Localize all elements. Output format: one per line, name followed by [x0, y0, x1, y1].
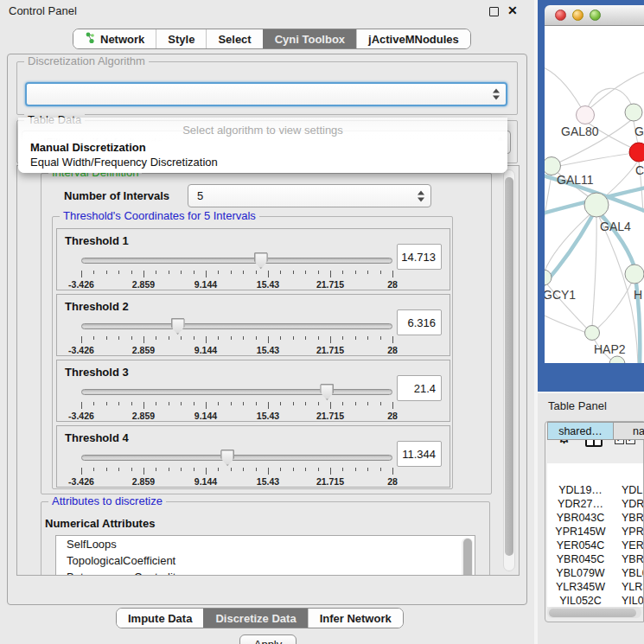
cell-name[interactable]: YBR043C — [614, 512, 643, 524]
table-horizontal-scrollbar[interactable] — [547, 607, 641, 618]
list-item[interactable]: SelfLoops — [56, 536, 475, 552]
cell-name[interactable]: YDR27… — [614, 498, 643, 510]
network-edge[interactable] — [545, 210, 595, 276]
table-row[interactable]: YDL19…YDL19… — [547, 484, 643, 498]
tab-network[interactable]: Network — [73, 29, 156, 48]
table-row[interactable]: YER054CYER054C — [547, 539, 643, 553]
cell-shared-name[interactable]: YDL19… — [547, 484, 614, 496]
tick-mark — [93, 402, 94, 405]
column-header-name[interactable]: na — [613, 422, 644, 440]
slider-track[interactable] — [81, 389, 392, 395]
list-scrollbar[interactable] — [462, 538, 473, 576]
slider-track[interactable] — [81, 258, 392, 264]
network-canvas[interactable]: GAL80GACGAL11GAL4GCY1HHAP2 — [545, 26, 644, 363]
apply-button[interactable]: Apply — [239, 634, 296, 644]
network-edge[interactable] — [592, 217, 596, 327]
slider-track[interactable] — [81, 323, 392, 329]
cell-name[interactable]: YIL052C — [614, 595, 643, 607]
network-graph[interactable]: GAL80GACGAL11GAL4GCY1HHAP2 — [545, 26, 644, 363]
tick-mark — [156, 336, 156, 340]
network-edge[interactable] — [545, 313, 588, 334]
cell-shared-name[interactable]: YBL079W — [547, 567, 614, 579]
list-item[interactable]: TopologicalCoefficient — [56, 552, 475, 569]
threshold-1-panel: Threshold 1 -3.4262.8599.14415.4321.7152… — [56, 228, 450, 290]
network-node[interactable] — [585, 326, 600, 341]
tab-style[interactable]: Style — [156, 29, 206, 48]
cell-name[interactable]: YDL19… — [614, 484, 643, 496]
slider-thumb[interactable] — [320, 384, 334, 400]
slider-thumb[interactable] — [254, 252, 268, 269]
float-window-icon[interactable] — [489, 7, 499, 16]
cell-name[interactable]: YBL079W — [614, 567, 643, 579]
slider-track[interactable] — [81, 455, 392, 461]
cell-shared-name[interactable]: YLR345W — [547, 581, 614, 593]
cell-name[interactable]: YBR045C — [614, 553, 643, 565]
cell-name[interactable]: YLR345W — [614, 581, 643, 593]
minimize-traffic-light-icon[interactable] — [572, 10, 583, 21]
network-node[interactable] — [625, 265, 644, 284]
table-row[interactable]: YBL079WYBL079W — [547, 567, 643, 581]
table-row[interactable]: YDR27…YDR27… — [547, 498, 643, 512]
cell-shared-name[interactable]: YBR045C — [547, 553, 614, 565]
tab-select[interactable]: Select — [206, 29, 262, 48]
cell-shared-name[interactable]: YIL052C — [547, 595, 614, 607]
table-row[interactable]: YPR145WYPR145W — [547, 526, 643, 539]
cell-shared-name[interactable]: YER054C — [547, 539, 614, 552]
cell-shared-name[interactable]: YDR27… — [547, 498, 614, 510]
table-row[interactable]: YLR345WYLR345W — [547, 581, 643, 595]
threshold-label: Threshold 2 — [65, 300, 129, 313]
cell-name[interactable]: YER054C — [614, 539, 643, 552]
tab-impute-data[interactable]: Impute Data — [117, 609, 203, 628]
numerical-attributes-list[interactable]: SelfLoops TopologicalCoefficient Between… — [55, 535, 475, 576]
dropdown-option-manual-discretization[interactable]: Manual Discretization — [30, 141, 146, 154]
tab-label: Impute Data — [128, 612, 192, 625]
network-node[interactable] — [629, 143, 644, 162]
network-node[interactable] — [584, 193, 609, 217]
zoom-traffic-light-icon[interactable] — [590, 10, 601, 21]
tab-infer-network[interactable]: Infer Network — [308, 609, 403, 628]
tab-discretize-data[interactable]: Discretize Data — [203, 609, 307, 628]
threshold-value-field[interactable]: 11.344 — [397, 441, 442, 467]
tick-mark — [268, 402, 269, 409]
network-node[interactable] — [625, 104, 642, 121]
tick-mark — [355, 402, 356, 405]
network-node[interactable] — [609, 356, 625, 363]
cell-name[interactable]: YPR145W — [614, 526, 643, 538]
network-node[interactable] — [577, 106, 595, 124]
close-traffic-light-icon[interactable] — [555, 10, 566, 21]
table-row[interactable]: YBR045CYBR045C — [547, 553, 643, 567]
settings-vertical-scrollbar[interactable] — [503, 169, 515, 571]
column-header-shared-name[interactable]: shared… — [547, 422, 614, 440]
algorithm-combobox[interactable] — [25, 82, 507, 106]
node-table[interactable]: YDL19…YDL19…YDR27…YDR27…YBR043CYBR043CYP… — [547, 463, 643, 607]
slider-thumb[interactable] — [220, 450, 234, 466]
number-of-intervals-combobox[interactable]: 5 — [188, 184, 431, 207]
tick-mark — [355, 336, 356, 340]
list-item[interactable]: BetweennessCentrality — [56, 569, 475, 576]
threshold-value-field[interactable]: 21.4 — [397, 375, 442, 401]
tick-mark — [181, 468, 182, 471]
tab-jactivemnodules[interactable]: jActiveMNodules — [356, 29, 470, 48]
table-row[interactable]: YIL052CYIL052C — [547, 595, 643, 607]
tab-cyni-toolbox[interactable]: Cyni Toolbox — [263, 29, 356, 48]
cell-shared-name[interactable]: YBR043C — [547, 512, 614, 524]
table-row[interactable]: YBR043CYBR043C — [547, 512, 643, 526]
network-edge[interactable] — [545, 66, 585, 115]
threshold-label: Threshold 3 — [65, 366, 129, 379]
cell-shared-name[interactable]: YPR145W — [547, 526, 614, 538]
network-edge[interactable] — [555, 153, 634, 167]
network-window-titlebar[interactable] — [545, 5, 644, 26]
network-view-window[interactable]: GAL80GACGAL11GAL4GCY1HHAP2 — [538, 0, 644, 392]
slider-thumb[interactable] — [171, 318, 185, 335]
close-icon[interactable]: ✕ — [507, 3, 518, 17]
tick-mark — [181, 402, 182, 405]
network-edge[interactable] — [545, 175, 552, 235]
network-edge[interactable] — [545, 211, 595, 290]
dropdown-option-equal-width-frequency[interactable]: Equal Width/Frequency Discretization — [30, 156, 218, 169]
threshold-value-field[interactable]: 6.316 — [397, 309, 442, 335]
threshold-value-field[interactable]: 14.713 — [397, 244, 442, 270]
tick-mark — [218, 336, 219, 340]
tick-mark — [330, 336, 331, 343]
node-label: GCY1 — [545, 288, 576, 302]
network-node[interactable] — [545, 270, 552, 285]
